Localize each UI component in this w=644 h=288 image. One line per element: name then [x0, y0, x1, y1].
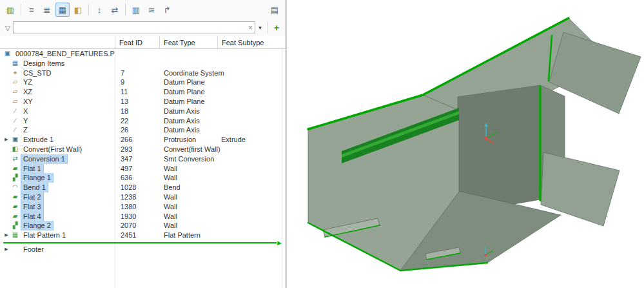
- tree-row[interactable]: ∕Z26Datum Axis: [0, 125, 285, 135]
- sort-icon[interactable]: ↕: [92, 3, 106, 17]
- tree-report-icon[interactable]: ▤: [268, 3, 282, 17]
- tree-row[interactable]: ⌖CS_STD7Coordinate System: [0, 68, 285, 78]
- feat-id-cell: 7: [115, 68, 159, 78]
- tree-item-label[interactable]: XZ: [21, 87, 34, 97]
- tree-row[interactable]: ▞Flange 1636Wall: [0, 173, 285, 183]
- tree-row[interactable]: ▱YZ9Datum Plane: [0, 77, 285, 87]
- feat-id-column-header[interactable]: Feat ID: [115, 36, 159, 48]
- datum-axis-icon: ∕: [10, 116, 20, 126]
- toolbar-separator: [125, 4, 126, 15]
- toolbar-separator: [268, 22, 268, 34]
- columns-display-icon[interactable]: ▥: [129, 3, 143, 17]
- feat-id-cell: 266: [115, 135, 159, 145]
- tree-row[interactable]: ▰Flat 41930Wall: [0, 212, 285, 221]
- feat-type-cell: Wall: [159, 212, 217, 221]
- tree-item-label[interactable]: Y: [21, 116, 30, 126]
- tree-row[interactable]: ◠Bend 11028Bend: [0, 183, 285, 192]
- insert-here-locator[interactable]: ▶: [3, 241, 282, 245]
- model-tree-panel: ▥ ≡ ≣ ▦ ◧ ↕ ⇄ ▥ ≋ ↱ ▤ ▽ × ▾ +: [0, 0, 287, 288]
- conversion-icon: ⇄: [10, 154, 20, 164]
- tree-column-header: [0, 36, 115, 48]
- datum-plane-icon: ▱: [10, 77, 20, 87]
- flange-icon: ▞: [10, 173, 20, 183]
- tree-row[interactable]: ▦Design Items: [0, 59, 285, 68]
- feat-type-cell: Datum Axis: [159, 107, 217, 116]
- tree-item-label[interactable]: Footer: [21, 245, 46, 254]
- footer-row[interactable]: ▶Footer: [0, 245, 285, 254]
- tree-row[interactable]: ▰Flat 21238Wall: [0, 192, 285, 202]
- tree-item-label[interactable]: YZ: [21, 77, 34, 87]
- feat-subtype-column-header[interactable]: Feat Subtype: [217, 36, 282, 48]
- feat-type-cell: Wall: [159, 164, 217, 174]
- datum-axis-icon: ∕: [10, 125, 20, 135]
- tree-row[interactable]: ∕Y22Datum Axis: [0, 116, 285, 126]
- tree-item-label[interactable]: Flat 3: [21, 202, 43, 212]
- feat-id-cell: 11: [115, 87, 159, 97]
- flat-icon: ▰: [10, 192, 20, 202]
- tree-item-label[interactable]: Flange 1: [21, 173, 53, 183]
- feat-type-column-header[interactable]: Feat Type: [159, 36, 217, 48]
- tree-item-label[interactable]: Flat 1: [21, 164, 43, 174]
- tree-item-label[interactable]: Flat 2: [21, 192, 43, 202]
- filter-rules-icon[interactable]: ⇄: [108, 3, 122, 17]
- model-tree-toolbar: ▥ ≡ ≣ ▦ ◧ ↕ ⇄ ▥ ≋ ↱ ▤: [0, 0, 285, 19]
- highlight-format-icon[interactable]: ◧: [71, 3, 85, 17]
- sheet-metal-part-3d-view[interactable]: [287, 0, 644, 288]
- tree-row[interactable]: ▶▦Flat Pattern 12451Flat Pattern: [0, 231, 285, 240]
- tree-item-label[interactable]: Design Items: [21, 59, 66, 68]
- tree-item-label[interactable]: CS_STD: [21, 68, 53, 78]
- feat-id-cell: 636: [115, 173, 159, 183]
- expand-arrow-icon[interactable]: ▶: [3, 135, 10, 145]
- feat-id-cell: 1028: [115, 183, 159, 192]
- tree-item-label[interactable]: Flat Pattern 1: [21, 231, 68, 240]
- tree-row[interactable]: ⇄Conversion 1347Smt Conversion: [0, 154, 285, 164]
- expand-arrow-icon[interactable]: ▶: [3, 245, 10, 254]
- graphics-area[interactable]: [287, 0, 644, 288]
- feat-type-cell: Wall: [159, 173, 217, 183]
- tree-list-icon[interactable]: ≡: [24, 3, 39, 17]
- feat-type-cell: Datum Plane: [159, 87, 217, 97]
- tree-item-label[interactable]: XY: [21, 97, 35, 107]
- tree-item-label[interactable]: Flat 4: [21, 212, 43, 221]
- flat-icon: ▰: [10, 202, 20, 212]
- tree-row[interactable]: ▱XZ11Datum Plane: [0, 87, 285, 97]
- tree-row[interactable]: ▰Flat 1497Wall: [0, 164, 285, 174]
- layers-icon[interactable]: ≋: [144, 3, 159, 17]
- expand-arrow-icon[interactable]: ▶: [3, 231, 10, 240]
- tree-item-label[interactable]: 0000784_BEND_FEATURES.PRT: [14, 49, 115, 59]
- convert-icon: ◧: [10, 145, 20, 154]
- relations-icon[interactable]: ↱: [160, 3, 174, 17]
- model-tree-icon[interactable]: ▥: [3, 3, 17, 17]
- tree-row[interactable]: ∕X18Datum Axis: [0, 107, 285, 116]
- tree-item-label[interactable]: Convert(First Wall): [21, 145, 84, 154]
- bend-icon: ◠: [10, 183, 20, 192]
- tree-row[interactable]: ▣0000784_BEND_FEATURES.PRT: [0, 49, 285, 59]
- tree-item-label[interactable]: Flange 2: [21, 221, 53, 231]
- tree-item-label[interactable]: X: [21, 107, 30, 116]
- tree-item-label[interactable]: Extrude 1: [21, 135, 55, 145]
- tree-row[interactable]: ▰Flat 31380Wall: [0, 202, 285, 212]
- feat-type-cell: Datum Plane: [159, 77, 217, 87]
- flat-icon: ▰: [10, 164, 20, 174]
- creo-model-tree-window: ▥ ≡ ≣ ▦ ◧ ↕ ⇄ ▥ ≋ ↱ ▤ ▽ × ▾ +: [0, 0, 644, 288]
- part-icon: ▣: [3, 49, 12, 59]
- tree-columns-icon[interactable]: ▦: [55, 3, 70, 17]
- tree-item-label[interactable]: Conversion 1: [21, 154, 67, 164]
- add-filter-button[interactable]: +: [271, 23, 282, 33]
- tree-item-label[interactable]: Bend 1: [21, 183, 48, 192]
- tree-filter-input[interactable]: [13, 21, 255, 34]
- tree-row[interactable]: ▱XY13Datum Plane: [0, 97, 285, 107]
- flat-icon: ▰: [10, 212, 20, 221]
- filter-dropdown-icon[interactable]: ▾: [255, 25, 265, 31]
- feat-type-cell: Smt Conversion: [159, 154, 217, 164]
- tree-item-label[interactable]: Z: [21, 125, 30, 135]
- tree-row[interactable]: ▶▣Extrude 1266ProtrusionExtrude: [0, 135, 285, 145]
- tree-detail-icon[interactable]: ≣: [40, 3, 54, 17]
- clear-filter-icon[interactable]: ×: [248, 23, 253, 33]
- feat-type-cell: Flat Pattern: [159, 231, 217, 240]
- extrude-icon: ▣: [10, 135, 20, 145]
- tree-row[interactable]: ◧Convert(First Wall)293Convert(first Wal…: [0, 145, 285, 154]
- insert-arrow-icon: ▶: [277, 239, 282, 247]
- csys-icon: ⌖: [10, 68, 20, 78]
- tree-row[interactable]: ▞Flange 22070Wall: [0, 221, 285, 231]
